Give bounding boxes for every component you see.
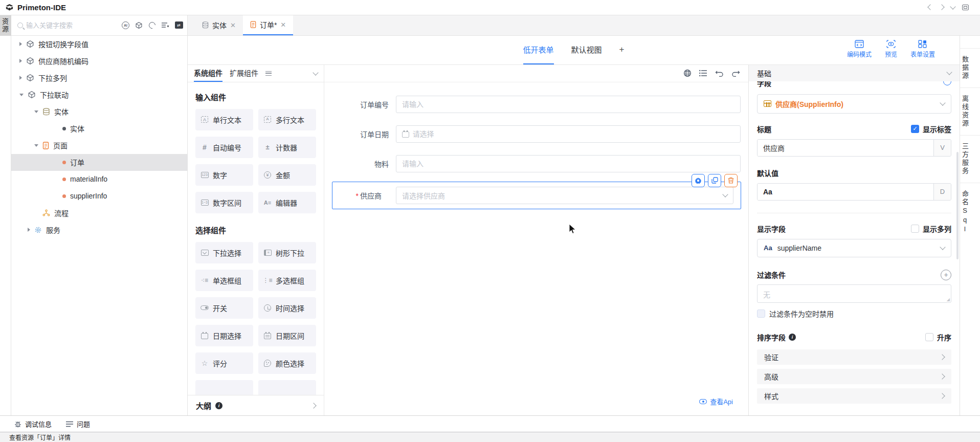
section-style[interactable]: 样式 [757,388,951,404]
palette-item-clipped[interactable] [195,380,253,395]
default-value-input[interactable] [758,184,933,200]
view-tab-default-view[interactable]: 默认视图 [571,36,602,64]
caret-collapsed-icon[interactable] [28,228,30,232]
view-tab-lowcode-form[interactable]: 低开表单 [523,36,554,64]
caret-collapsed-icon[interactable] [19,76,22,80]
tree-item-supplier-random-code[interactable]: 供应商随机编码 [11,53,187,70]
sort-list-icon[interactable] [161,21,170,30]
palette-item-counter[interactable]: ±计数器 [258,137,316,158]
display-field-select[interactable]: Aa supplierName [757,239,951,257]
show-label-checkbox-row[interactable]: ✓ 显示标签 [911,124,951,134]
palette-item-number-range[interactable]: 1~3数字区间 [195,192,253,213]
tree-item-page-group[interactable]: 页面 [11,137,187,154]
code-mode-button[interactable]: 编码模式 [847,40,872,58]
window-layout-icon[interactable] [962,5,969,10]
palette-scroll-area[interactable]: 输入组件 A单行文本 A多行文本 #自动编号 ±计数器 123数字 ¥金额 1~… [188,82,324,395]
tab-named-sql[interactable]: 命名Sql [960,183,980,241]
ascending-checkbox-row[interactable]: 升序 [925,332,951,342]
tab-third-party-services[interactable]: 三方服务 [960,135,980,183]
add-view-tab-button[interactable]: + [619,36,625,64]
preview-button[interactable]: 预览 [885,40,897,58]
palette-item-date-range[interactable]: 日期区间 [258,325,316,346]
inspector-scrollbar[interactable] [956,152,959,259]
checkbox-checked-icon[interactable]: ✓ [911,125,919,133]
ai-assistant-icon[interactable]: AI [121,21,130,30]
form-row-order-no[interactable]: 订单编号 [332,96,741,113]
resources-vertical-tab[interactable]: 资源 [0,15,11,36]
checkbox-unchecked-icon[interactable] [757,310,765,318]
add-filter-button[interactable]: + [941,270,951,280]
checkbox-unchecked-icon[interactable] [925,333,933,341]
palette-item-date-picker[interactable]: 日期选择 [195,325,253,346]
caret-expanded-icon[interactable] [34,144,38,147]
view-api-link[interactable]: 查看Api [699,396,733,406]
nav-forward-icon[interactable] [940,5,944,9]
palette-item-rate[interactable]: ☆评分 [195,352,253,374]
material-input[interactable] [396,155,741,172]
outline-expand-icon[interactable] [310,403,316,408]
tab-data-source[interactable]: 数据源 [960,48,980,87]
tree-item-service[interactable]: 服务 [11,222,187,238]
palette-item-auto-number[interactable]: #自动编号 [195,137,253,158]
tree-item-supplierinfo[interactable]: supplierInfo [11,188,187,205]
caret-expanded-icon[interactable] [19,94,24,96]
order-date-input-inner[interactable] [413,130,734,138]
selected-supplier-component[interactable]: *供应商 请选择供应商 [332,182,741,209]
default-dynamic-button[interactable]: D [933,184,951,200]
new-model-icon[interactable] [135,21,143,30]
form-row-material[interactable]: 物料 [332,155,741,172]
component-settings-button[interactable] [692,174,705,187]
section-advanced[interactable]: 高级 [757,369,951,384]
tab-entity[interactable]: 实体 ✕ [195,15,243,35]
binding-select[interactable]: 供应商(SupplierInfo) [757,94,951,114]
redo-icon[interactable] [731,70,740,77]
outline-footer[interactable]: 大纲 i [188,395,324,415]
nav-back-icon[interactable] [928,5,932,9]
caret-expanded-icon[interactable] [34,110,38,113]
i18n-globe-icon[interactable] [683,69,692,77]
tree-item-entity-group[interactable]: 实体 [11,103,187,120]
component-copy-button[interactable] [708,174,721,187]
title-input[interactable] [758,140,933,156]
caret-collapsed-icon[interactable] [19,59,22,63]
form-row-order-date[interactable]: 订单日期 [332,125,741,143]
tab-offline-resources[interactable]: 离线资源 [960,87,980,135]
caret-collapsed-icon[interactable] [19,42,22,46]
search-input[interactable] [26,21,118,29]
palette-item-color-picker[interactable]: 颜色选择 [258,352,316,374]
form-design-surface[interactable]: 订单编号 订单日期 [324,82,748,415]
export-icon[interactable]: ⇄ [174,21,183,30]
palette-list-icon[interactable] [265,71,272,76]
checkbox-unchecked-icon[interactable] [911,225,919,233]
debug-info-tab[interactable]: 调试信息 [14,419,52,429]
palette-item-time-picker[interactable]: 时间选择 [258,297,316,319]
refresh-icon[interactable] [148,21,157,30]
tree-item-dropdown-multicolumn[interactable]: 下拉多列 [11,70,187,86]
palette-collapse-icon[interactable] [313,70,318,75]
form-canvas[interactable]: 订单编号 订单日期 [324,65,748,415]
material-input-inner[interactable] [402,160,734,168]
tree-item-button-toggle-field-value[interactable]: 按钮切换字段值 [11,36,187,53]
supplier-select[interactable]: 请选择供应商 [396,187,733,204]
section-validation[interactable]: 验证 [757,349,951,365]
palette-item-clipped[interactable] [258,380,316,395]
tree-item-order[interactable]: 订单 [11,154,187,171]
palette-item-select[interactable]: 下拉选择 [195,242,253,263]
refresh-binding-icon[interactable] [943,81,951,85]
outline-info-icon[interactable]: i [215,402,222,409]
palette-item-number[interactable]: 123数字 [195,164,253,186]
palette-item-radio-group[interactable]: ⁖≡单选框组 [195,270,253,291]
component-delete-button[interactable] [724,174,738,187]
problems-tab[interactable]: 问题 [66,419,90,429]
nav-expand-icon[interactable] [951,6,955,9]
palette-item-switch[interactable]: 开关 [195,297,253,319]
tab-entity-close-icon[interactable]: ✕ [230,22,236,29]
undo-icon[interactable] [715,70,724,77]
palette-item-single-line-text[interactable]: A单行文本 [195,109,253,130]
palette-item-multi-line-text[interactable]: A多行文本 [258,109,316,130]
tree-item-flow[interactable]: 流程 [11,205,187,222]
tab-order[interactable]: 订单* ✕ [243,15,293,35]
filter-condition-textarea[interactable]: 无 ◢ [757,284,951,303]
title-variable-button[interactable]: V [933,140,951,156]
inspector-section-basic[interactable]: 基础 [749,65,960,81]
